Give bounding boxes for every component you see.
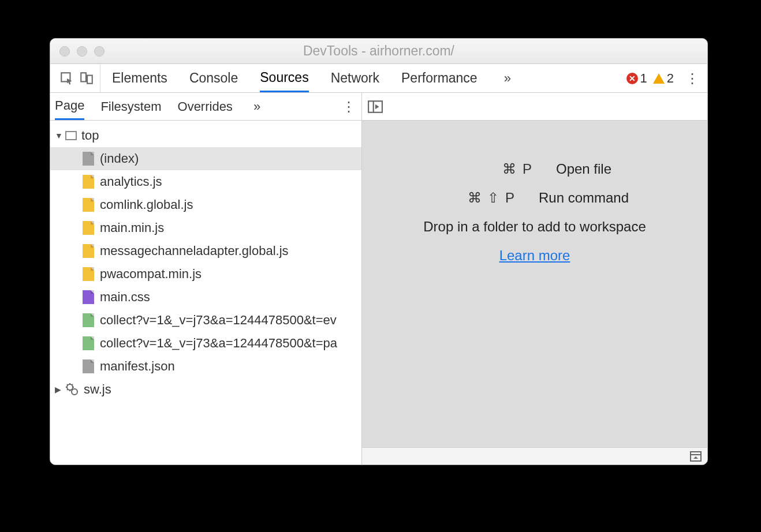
editor-tabbar	[362, 93, 707, 121]
shortcut-keys: ⌘ ⇧ P	[441, 190, 516, 206]
navigator-menu-icon[interactable]: ⋮	[341, 99, 357, 115]
device-toggle-icon[interactable]	[79, 71, 94, 86]
subtab-overrides[interactable]: Overrides	[178, 93, 233, 120]
file-name-label: messagechanneladapter.global.js	[100, 243, 289, 258]
subtab-filesystem[interactable]: Filesystem	[100, 93, 161, 120]
error-icon: ✕	[626, 73, 638, 84]
file-icon	[83, 152, 94, 166]
window-title: DevTools - airhorner.com/	[50, 43, 707, 59]
subtab-page[interactable]: Page	[55, 93, 84, 120]
collapse-sidebar-icon[interactable]	[368, 100, 383, 113]
file-icon	[83, 221, 94, 235]
file-icon	[83, 175, 94, 189]
tree-sw-label: sw.js	[84, 382, 111, 397]
tree-service-worker[interactable]: ▶ sw.js	[50, 378, 361, 401]
tab-sources[interactable]: Sources	[260, 64, 308, 92]
shortcut-run-command: ⌘ ⇧ P Run command	[441, 190, 629, 206]
file-name-label: (index)	[100, 151, 139, 166]
file-icon	[83, 267, 94, 281]
navigator-subtabs: Page Filesystem Overrides » ⋮	[50, 93, 361, 121]
file-name-label: comlink.global.js	[100, 197, 193, 212]
error-count: 1	[640, 71, 647, 86]
tab-console[interactable]: Console	[189, 64, 238, 92]
main-toolbar: Elements Console Sources Network Perform…	[50, 64, 707, 93]
tree-file-item[interactable]: messagechanneladapter.global.js	[50, 239, 361, 263]
navigator-pane: Page Filesystem Overrides » ⋮ ▼ top (ind…	[50, 93, 362, 464]
tree-top-label: top	[81, 128, 99, 143]
tree-top-frame[interactable]: ▼ top	[50, 124, 361, 147]
tab-performance[interactable]: Performance	[401, 64, 478, 92]
file-tree: ▼ top (index)analytics.jscomlink.global.…	[50, 121, 361, 464]
tree-file-item[interactable]: manifest.json	[50, 355, 361, 378]
file-name-label: analytics.js	[100, 174, 162, 189]
shortcut-label: Open file	[556, 161, 611, 177]
file-name-label: main.min.js	[100, 220, 164, 235]
shortcut-open-file: ⌘ P Open file	[458, 161, 611, 177]
tabs-overflow-icon[interactable]: »	[499, 71, 516, 86]
shortcut-keys: ⌘ P	[458, 161, 533, 177]
devtools-window: DevTools - airhorner.com/ Elements Conso…	[50, 38, 708, 465]
file-name-label: collect?v=1&_v=j73&a=1244478500&t=pa	[100, 336, 337, 351]
tree-file-item[interactable]: collect?v=1&_v=j73&a=1244478500&t=pa	[50, 332, 361, 355]
svg-rect-1	[81, 73, 86, 81]
editor-placeholder: ⌘ P Open file ⌘ ⇧ P Run command Drop in …	[362, 121, 707, 447]
file-name-label: manifest.json	[100, 359, 175, 374]
traffic-minimize[interactable]	[77, 46, 87, 57]
expand-arrow-icon: ▼	[55, 131, 65, 140]
file-name-label: pwacompat.min.js	[100, 267, 202, 282]
drawer-toggle-icon[interactable]	[690, 451, 702, 462]
inspect-icon[interactable]	[59, 71, 74, 86]
tree-file-item[interactable]: analytics.js	[50, 170, 361, 193]
svg-rect-2	[87, 75, 92, 83]
file-icon	[83, 290, 94, 304]
svg-point-4	[72, 389, 77, 395]
traffic-lights	[59, 46, 105, 57]
shortcut-label: Run command	[539, 190, 629, 206]
file-icon	[83, 359, 94, 373]
tree-file-item[interactable]: main.css	[50, 286, 361, 309]
drop-folder-text: Drop in a folder to add to workspace	[423, 219, 646, 235]
warning-icon	[653, 73, 665, 84]
file-name-label: main.css	[100, 290, 150, 305]
tab-network[interactable]: Network	[331, 64, 379, 92]
settings-menu-icon[interactable]: ⋮	[684, 70, 700, 87]
frame-icon	[65, 131, 77, 140]
tab-elements[interactable]: Elements	[112, 64, 167, 92]
tree-file-item[interactable]: collect?v=1&_v=j73&a=1244478500&t=ev	[50, 309, 361, 332]
warning-count: 2	[667, 71, 674, 86]
file-icon	[83, 198, 94, 212]
collapse-arrow-icon: ▶	[55, 385, 65, 394]
editor-footer	[362, 447, 707, 464]
learn-more-link[interactable]: Learn more	[499, 248, 570, 264]
tree-file-item[interactable]: (index)	[50, 147, 361, 170]
file-name-label: collect?v=1&_v=j73&a=1244478500&t=ev	[100, 313, 337, 328]
file-icon	[83, 313, 94, 327]
warning-count-badge[interactable]: 2	[653, 71, 674, 86]
window-titlebar: DevTools - airhorner.com/	[50, 39, 707, 64]
traffic-close[interactable]	[59, 46, 70, 57]
tree-file-item[interactable]: pwacompat.min.js	[50, 263, 361, 286]
file-icon	[83, 336, 94, 350]
traffic-zoom[interactable]	[94, 46, 105, 57]
panel-tabs: Elements Console Sources Network Perform…	[112, 64, 516, 92]
subtabs-overflow-icon[interactable]: »	[249, 99, 265, 114]
error-count-badge[interactable]: ✕ 1	[626, 71, 647, 86]
service-worker-icon	[65, 383, 79, 396]
file-icon	[83, 244, 94, 258]
tree-file-item[interactable]: comlink.global.js	[50, 193, 361, 216]
editor-pane: ⌘ P Open file ⌘ ⇧ P Run command Drop in …	[362, 93, 707, 464]
tree-file-item[interactable]: main.min.js	[50, 216, 361, 239]
